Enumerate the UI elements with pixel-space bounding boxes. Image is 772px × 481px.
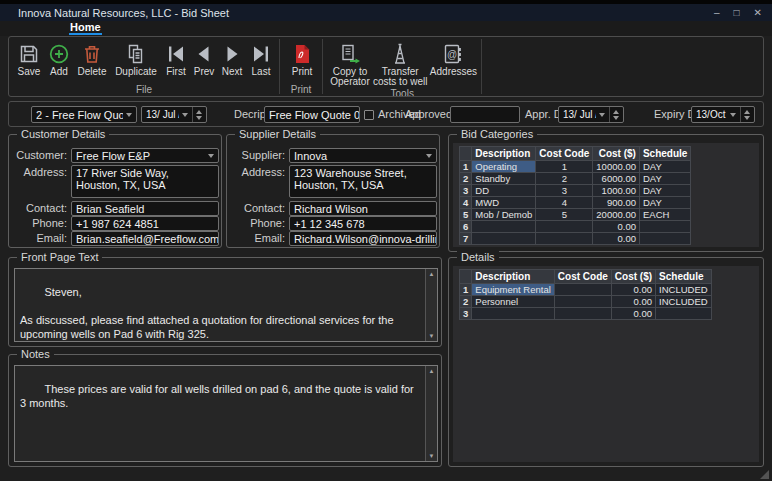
- schedule-cell[interactable]: [656, 308, 712, 320]
- cost-cell[interactable]: 0.00: [611, 284, 655, 296]
- scroll-up-icon[interactable]: ▲: [429, 368, 435, 374]
- cost-cell[interactable]: 20000.00: [593, 209, 640, 221]
- cost-code-cell[interactable]: 3: [536, 185, 593, 197]
- column-header[interactable]: Cost ($): [593, 147, 640, 161]
- scroll-down-icon[interactable]: ▼: [429, 453, 435, 459]
- description-cell[interactable]: Personnel: [472, 296, 555, 308]
- cost-code-cell[interactable]: 5: [536, 209, 593, 221]
- description-input[interactable]: Free Flow Quote 0001: [264, 106, 360, 123]
- cost-cell[interactable]: 10000.00: [593, 161, 640, 173]
- schedule-cell[interactable]: DAY: [639, 185, 690, 197]
- row-number-cell[interactable]: 2: [460, 296, 472, 308]
- column-header[interactable]: Cost ($): [611, 270, 655, 284]
- close-button[interactable]: ✕: [754, 7, 762, 18]
- addresses-button[interactable]: @ Addresses: [428, 40, 478, 78]
- schedule-cell[interactable]: [639, 221, 690, 233]
- supplier-email-input[interactable]: Richard.Wilson@innova-drilling.com: [289, 231, 437, 246]
- schedule-cell[interactable]: [639, 233, 690, 245]
- print-button[interactable]: Print: [285, 40, 319, 78]
- date-spinner[interactable]: [740, 107, 750, 122]
- archived-checkbox[interactable]: [364, 110, 374, 120]
- next-record-button[interactable]: Next: [218, 40, 246, 78]
- cost-code-cell[interactable]: 2: [536, 173, 593, 185]
- save-button[interactable]: Save: [14, 40, 44, 78]
- cost-code-cell[interactable]: [554, 308, 611, 320]
- column-header[interactable]: Description: [472, 270, 555, 284]
- row-number-cell[interactable]: 2: [460, 173, 472, 185]
- description-cell[interactable]: MWD: [472, 197, 536, 209]
- front-page-text-input[interactable]: Steven, As discussed, please find attach…: [14, 268, 438, 342]
- maximize-button[interactable]: □: [734, 7, 740, 18]
- appr-date-picker[interactable]: 13/ Jul /2020: [558, 106, 624, 123]
- column-header[interactable]: Schedule: [639, 147, 690, 161]
- spinner-up-icon[interactable]: [613, 110, 619, 114]
- spinner-down-icon[interactable]: [613, 116, 619, 120]
- schedule-cell[interactable]: DAY: [639, 173, 690, 185]
- minimize-button[interactable]: –: [714, 7, 720, 18]
- notes-input[interactable]: These prices are valid for all wells dri…: [14, 365, 438, 462]
- customer-dropdown[interactable]: Free Flow E&P: [71, 148, 219, 163]
- row-number-cell[interactable]: 4: [460, 197, 472, 209]
- description-cell[interactable]: [472, 308, 555, 320]
- schedule-cell[interactable]: DAY: [639, 197, 690, 209]
- row-number-cell[interactable]: 7: [460, 233, 472, 245]
- customer-contact-input[interactable]: Brian Seafield: [71, 201, 219, 216]
- details-table[interactable]: DescriptionCost CodeCost ($)Schedule 1Eq…: [459, 269, 712, 320]
- spinner-down-icon[interactable]: [744, 116, 750, 120]
- expiry-date-picker[interactable]: 13/Oct /2020: [691, 106, 755, 123]
- cost-cell[interactable]: 900.00: [593, 197, 640, 209]
- supplier-address-input[interactable]: 123 Warehouse Street, Houston, TX, USA: [289, 165, 437, 198]
- column-header[interactable]: Description: [472, 147, 536, 161]
- column-header[interactable]: Cost Code: [554, 270, 611, 284]
- bid-categories-table[interactable]: DescriptionCost CodeCost ($)Schedule 1Op…: [459, 146, 691, 245]
- row-number-cell[interactable]: 3: [460, 308, 472, 320]
- customer-phone-input[interactable]: +1 987 624 4851: [71, 216, 219, 231]
- add-button[interactable]: Add: [44, 40, 74, 78]
- row-number-cell[interactable]: 1: [460, 161, 472, 173]
- schedule-cell[interactable]: DAY: [639, 161, 690, 173]
- spinner-up-icon[interactable]: [196, 110, 202, 114]
- scrollbar[interactable]: ▲ ▼: [425, 269, 437, 341]
- record-selector-dropdown[interactable]: 2 - Free Flow Quote 0001: [31, 106, 137, 123]
- date-spinner[interactable]: [192, 107, 202, 122]
- delete-button[interactable]: Delete: [74, 40, 110, 78]
- row-number-cell[interactable]: 5: [460, 209, 472, 221]
- description-cell[interactable]: [472, 233, 536, 245]
- row-number-cell[interactable]: 1: [460, 284, 472, 296]
- record-date-picker[interactable]: 13/ Jul /2020: [141, 106, 207, 123]
- tab-home[interactable]: Home: [69, 21, 102, 35]
- customer-address-input[interactable]: 17 River Side Way, Houston, TX, USA: [71, 165, 219, 198]
- duplicate-button[interactable]: Duplicate: [110, 40, 162, 78]
- cost-code-cell[interactable]: 1: [536, 161, 593, 173]
- row-number-cell[interactable]: 6: [460, 221, 472, 233]
- scroll-up-icon[interactable]: ▲: [429, 271, 435, 277]
- cost-cell[interactable]: 0.00: [611, 308, 655, 320]
- cost-code-cell[interactable]: 4: [536, 197, 593, 209]
- cost-cell[interactable]: 0.00: [611, 296, 655, 308]
- first-record-button[interactable]: First: [162, 40, 190, 78]
- cost-code-cell[interactable]: [536, 233, 593, 245]
- spinner-down-icon[interactable]: [196, 116, 202, 120]
- resize-grip[interactable]: [760, 470, 769, 479]
- column-header[interactable]: Schedule: [656, 270, 712, 284]
- description-cell[interactable]: Equipment Rental: [472, 284, 555, 296]
- description-cell[interactable]: Mob / Demob: [472, 209, 536, 221]
- copy-to-operator-button[interactable]: Copy to Operator: [328, 40, 372, 88]
- supplier-phone-input[interactable]: +1 12 345 678: [289, 216, 437, 231]
- supplier-contact-input[interactable]: Richard Wilson: [289, 201, 437, 216]
- schedule-cell[interactable]: INCLUDED: [656, 284, 712, 296]
- date-spinner[interactable]: [609, 107, 619, 122]
- transfer-costs-button[interactable]: Transfer costs to well: [372, 40, 428, 88]
- prev-record-button[interactable]: Prev: [190, 40, 218, 78]
- cost-code-cell[interactable]: [554, 296, 611, 308]
- approved-by-input[interactable]: [450, 106, 520, 123]
- spinner-up-icon[interactable]: [744, 110, 750, 114]
- description-cell[interactable]: [472, 221, 536, 233]
- cost-cell[interactable]: 0.00: [593, 221, 640, 233]
- cost-cell[interactable]: 0.00: [593, 233, 640, 245]
- cost-code-cell[interactable]: [554, 284, 611, 296]
- scroll-down-icon[interactable]: ▼: [429, 333, 435, 339]
- scrollbar[interactable]: ▲ ▼: [425, 366, 437, 461]
- row-number-cell[interactable]: 3: [460, 185, 472, 197]
- cost-cell[interactable]: 6000.00: [593, 173, 640, 185]
